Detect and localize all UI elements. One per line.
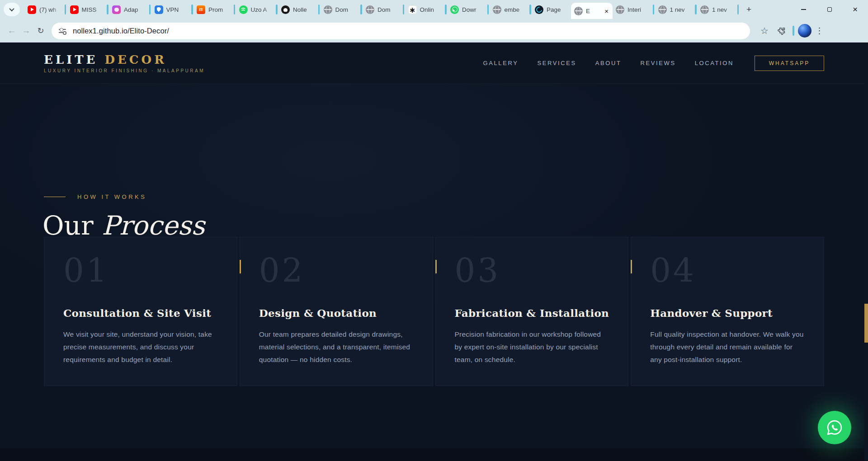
kicker-label: HOW IT WORKS	[77, 193, 146, 200]
browser-tab[interactable]: Nolle	[278, 0, 317, 19]
browser-tab[interactable]: 1 nev	[655, 0, 694, 19]
url-text[interactable]: nollex1.github.io/Elito-Decor/	[73, 27, 169, 35]
browser-tab[interactable]: 1 nev	[697, 0, 736, 19]
browser-tab[interactable]: (7) wh	[24, 0, 64, 19]
tab-title: (7) wh	[39, 6, 61, 13]
tab-title: Prom	[208, 6, 230, 13]
tab-separator	[445, 5, 447, 14]
app-icon	[112, 5, 121, 14]
site-settings-icon[interactable]	[59, 27, 66, 34]
openai-icon	[408, 5, 417, 14]
tab-title: VPN	[166, 6, 188, 13]
bookmark-star-icon[interactable]: ☆	[756, 23, 773, 39]
nav-item-about[interactable]: ABOUT	[595, 60, 622, 66]
browser-tab[interactable]: VPN	[151, 0, 191, 19]
forward-button[interactable]: →	[19, 24, 33, 38]
logo-primary: ELITE	[44, 53, 98, 66]
whatsapp-cta-button[interactable]: WHATSAPP	[755, 56, 824, 71]
logo-accent: DECOR	[105, 53, 167, 66]
tab-title: 1 nev	[670, 6, 691, 13]
step-number: 04	[650, 254, 805, 287]
tab-separator	[191, 5, 193, 14]
scrollbar-thumb[interactable]	[864, 304, 868, 343]
window-controls: ×	[791, 0, 868, 19]
step-title: Handover & Support	[650, 307, 805, 319]
step-description: We visit your site, understand your visi…	[63, 328, 218, 366]
maximize-button[interactable]	[816, 0, 842, 19]
browser-tab[interactable]: Dom	[363, 0, 402, 19]
tab-title: Dom	[377, 6, 399, 13]
reload-button[interactable]: ↻	[33, 24, 48, 38]
tab-search-button[interactable]	[4, 3, 20, 16]
nav-item-reviews[interactable]: REVIEWS	[641, 60, 676, 66]
step-number: 01	[63, 254, 218, 287]
browser-tab[interactable]: Interi	[613, 0, 652, 19]
browser-tab[interactable]: Page	[532, 0, 571, 19]
youtube-icon	[28, 5, 36, 14]
close-window-button[interactable]: ×	[842, 0, 868, 19]
profile-avatar[interactable]	[798, 24, 811, 38]
step-description: Full quality inspection at handover. We …	[650, 328, 805, 366]
new-tab-button[interactable]: +	[742, 3, 756, 16]
nav-item-gallery[interactable]: GALLERY	[483, 60, 518, 66]
tab-title: Page	[547, 6, 568, 13]
next-section-strip	[0, 448, 868, 461]
globe-icon	[700, 5, 709, 14]
spotify-icon	[239, 5, 248, 14]
tab-title: MISS	[82, 6, 103, 13]
shield-icon	[155, 5, 163, 14]
browser-tab-strip: (7) wh MISS Adap VPN Prom Uzo A Nolle D	[0, 0, 868, 19]
globe-icon	[658, 5, 667, 14]
extensions-icon[interactable]	[773, 23, 789, 39]
browser-tab[interactable]: Dowr	[447, 0, 486, 19]
nav-item-services[interactable]: SERVICES	[537, 60, 576, 66]
process-card-2: 02 Design & Quotation Our team prepares …	[240, 237, 433, 386]
site-header: ELITE DECOR LUXURY INTERIOR FINISHING · …	[0, 42, 868, 84]
globe-icon	[493, 5, 501, 14]
browser-tab-active[interactable]: E ×	[571, 3, 613, 19]
browser-tab[interactable]: Onlin	[405, 0, 444, 19]
close-tab-icon[interactable]: ×	[604, 8, 609, 14]
webpage: ELITE DECOR LUXURY INTERIOR FINISHING · …	[0, 42, 868, 461]
tab-separator	[529, 5, 531, 14]
tab-separator	[149, 5, 151, 14]
browser-tab[interactable]: Adap	[109, 0, 148, 19]
minimize-icon	[801, 9, 806, 10]
whatsapp-fab[interactable]	[818, 411, 851, 444]
tab-separator	[65, 5, 66, 14]
tab-title: Onlin	[420, 6, 441, 13]
process-steps: 01 Consultation & Site Visit We visit yo…	[44, 237, 824, 386]
tab-title: Nolle	[293, 6, 314, 13]
tab-separator	[403, 5, 405, 14]
back-button[interactable]: ←	[5, 24, 19, 38]
section-title-regular: Our	[42, 210, 94, 241]
browser-tab[interactable]: Prom	[193, 0, 233, 19]
tab-separator	[737, 5, 739, 14]
nav-item-location[interactable]: LOCATION	[695, 60, 734, 66]
globe-icon	[574, 7, 583, 15]
site-logo[interactable]: ELITE DECOR LUXURY INTERIOR FINISHING · …	[44, 53, 205, 73]
browser-toolbar: ← → ↻ nollex1.github.io/Elito-Decor/ ☆ ⋮	[0, 19, 868, 42]
globe-icon	[324, 5, 332, 14]
address-bar[interactable]: nollex1.github.io/Elito-Decor/	[52, 23, 750, 39]
github-icon	[281, 5, 290, 14]
step-description: Precision fabrication in our workshop fo…	[455, 328, 609, 366]
tab-separator	[276, 5, 278, 14]
browser-menu-icon[interactable]: ⋮	[811, 23, 828, 39]
browser-tab[interactable]: Dom	[321, 0, 360, 19]
tab-title: Uzo A	[251, 6, 272, 13]
tab-separator	[360, 5, 362, 14]
browser-tab[interactable]: Uzo A	[236, 0, 275, 19]
prompt-app-icon	[197, 5, 205, 14]
logo-tagline: LUXURY INTERIOR FINISHING · MALAPPURAM	[44, 68, 205, 73]
tab-title: 1 nev	[712, 6, 733, 13]
browser-tab[interactable]: embe	[490, 0, 529, 19]
process-card-1: 01 Consultation & Site Visit We visit yo…	[44, 237, 237, 386]
tab-separator	[487, 5, 489, 14]
minimize-button[interactable]	[791, 0, 816, 19]
browser-tab[interactable]: MISS	[67, 0, 106, 19]
page-scrollbar[interactable]	[864, 42, 868, 461]
step-number: 02	[259, 254, 414, 287]
tab-separator	[234, 5, 236, 14]
site-nav: GALLERY SERVICES ABOUT REVIEWS LOCATION …	[483, 56, 824, 71]
